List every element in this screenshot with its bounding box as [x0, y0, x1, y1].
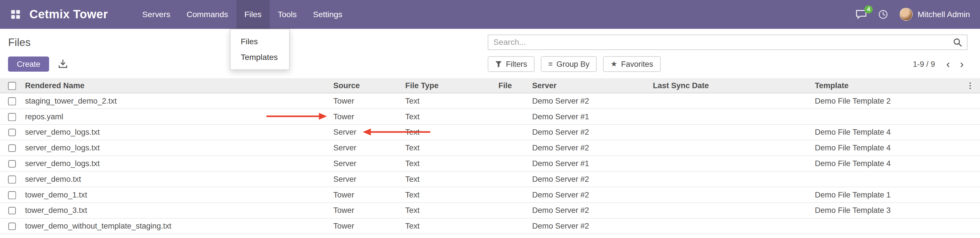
cell-file-type[interactable]: Text: [405, 140, 499, 156]
cell-rendered-name[interactable]: server_demo_logs.txt: [25, 156, 333, 171]
cell-file[interactable]: [499, 171, 532, 187]
column-header-server[interactable]: Server: [532, 78, 653, 93]
cell-template[interactable]: [815, 218, 966, 234]
cell-template[interactable]: Demo File Template 4: [815, 140, 966, 156]
row-checkbox[interactable]: [8, 97, 16, 105]
cell-template[interactable]: [815, 109, 966, 124]
menu-servers[interactable]: Servers: [134, 0, 178, 29]
search-icon[interactable]: [948, 38, 967, 47]
table-row[interactable]: staging_tower_demo_2.txt Tower Text Demo…: [0, 93, 980, 109]
cell-file-type[interactable]: Text: [405, 171, 499, 187]
cell-rendered-name[interactable]: server_demo.txt: [25, 171, 333, 187]
row-checkbox[interactable]: [8, 113, 16, 121]
pager-previous-button[interactable]: ‹: [943, 59, 954, 70]
cell-server[interactable]: Demo Server #2: [532, 218, 653, 234]
dropdown-item-files[interactable]: Files: [231, 34, 289, 49]
cell-source[interactable]: Server: [333, 156, 405, 171]
cell-file-type[interactable]: Text: [405, 109, 499, 124]
apps-menu-button[interactable]: [8, 7, 23, 22]
cell-file[interactable]: [499, 140, 532, 156]
search-input[interactable]: [488, 37, 948, 47]
cell-source[interactable]: Tower: [333, 203, 405, 218]
menu-tools[interactable]: Tools: [270, 0, 305, 29]
cell-rendered-name[interactable]: server_demo_logs.txt: [25, 124, 333, 140]
cell-last-sync-date[interactable]: [653, 109, 815, 124]
cell-rendered-name[interactable]: tower_demo_3.txt: [25, 203, 333, 218]
row-checkbox[interactable]: [8, 144, 16, 152]
column-header-template[interactable]: Template: [815, 78, 966, 93]
menu-settings[interactable]: Settings: [305, 0, 350, 29]
cell-file[interactable]: [499, 124, 532, 140]
cell-last-sync-date[interactable]: [653, 171, 815, 187]
row-checkbox[interactable]: [8, 160, 16, 168]
cell-server[interactable]: Demo Server #1: [532, 156, 653, 171]
column-header-file[interactable]: File: [499, 78, 532, 93]
cell-file[interactable]: [499, 109, 532, 124]
cell-server[interactable]: Demo Server #2: [532, 124, 653, 140]
create-button[interactable]: Create: [8, 57, 49, 71]
optional-columns-toggle[interactable]: ⋮: [966, 78, 980, 93]
cell-file-type[interactable]: Text: [405, 156, 499, 171]
table-row[interactable]: server_demo_logs.txt Server Text Demo Se…: [0, 156, 980, 171]
cell-last-sync-date[interactable]: [653, 187, 815, 203]
column-header-source[interactable]: Source: [333, 78, 405, 93]
cell-source[interactable]: Server: [333, 124, 405, 140]
cell-rendered-name[interactable]: repos.yaml: [25, 109, 333, 124]
download-button[interactable]: [57, 58, 69, 70]
column-header-file-type[interactable]: File Type: [405, 78, 499, 93]
cell-rendered-name[interactable]: tower_demo_without_template_staging.txt: [25, 218, 333, 234]
cell-file-type[interactable]: Text: [405, 203, 499, 218]
cell-file-type[interactable]: Text: [405, 187, 499, 203]
cell-server[interactable]: Demo Server #2: [532, 171, 653, 187]
cell-server[interactable]: Demo Server #1: [532, 109, 653, 124]
cell-last-sync-date[interactable]: [653, 218, 815, 234]
table-row[interactable]: tower_demo_3.txt Tower Text Demo Server …: [0, 203, 980, 218]
cell-source[interactable]: Tower: [333, 218, 405, 234]
favorites-button[interactable]: ★ Favorites: [603, 56, 660, 72]
table-row[interactable]: server_demo_logs.txt Server Text Demo Se…: [0, 124, 980, 140]
row-checkbox[interactable]: [8, 191, 16, 199]
cell-rendered-name[interactable]: server_demo_logs.txt: [25, 140, 333, 156]
cell-rendered-name[interactable]: staging_tower_demo_2.txt: [25, 93, 333, 109]
filters-button[interactable]: Filters: [488, 56, 535, 72]
cell-template[interactable]: [815, 171, 966, 187]
user-menu[interactable]: Mitchell Admin: [899, 8, 970, 21]
cell-template[interactable]: Demo File Template 4: [815, 124, 966, 140]
cell-rendered-name[interactable]: tower_demo_1.txt: [25, 187, 333, 203]
menu-commands[interactable]: Commands: [178, 0, 236, 29]
cell-template[interactable]: Demo File Template 1: [815, 187, 966, 203]
messages-button[interactable]: 4: [856, 10, 867, 19]
cell-source[interactable]: Server: [333, 140, 405, 156]
row-checkbox[interactable]: [8, 176, 16, 184]
cell-last-sync-date[interactable]: [653, 203, 815, 218]
table-row[interactable]: server_demo_logs.txt Server Text Demo Se…: [0, 140, 980, 156]
cell-file[interactable]: [499, 187, 532, 203]
cell-source[interactable]: Tower: [333, 109, 405, 124]
app-brand[interactable]: Cetmix Tower: [29, 8, 108, 21]
cell-source[interactable]: Tower: [333, 187, 405, 203]
column-header-last-sync-date[interactable]: Last Sync Date: [653, 78, 815, 93]
cell-file-type[interactable]: Text: [405, 124, 499, 140]
group-by-button[interactable]: ≡ Group By: [541, 56, 597, 72]
cell-server[interactable]: Demo Server #2: [532, 203, 653, 218]
cell-file[interactable]: [499, 156, 532, 171]
cell-server[interactable]: Demo Server #2: [532, 140, 653, 156]
cell-last-sync-date[interactable]: [653, 93, 815, 109]
cell-server[interactable]: Demo Server #2: [532, 187, 653, 203]
row-checkbox[interactable]: [8, 222, 16, 230]
activities-button[interactable]: [878, 10, 888, 19]
row-checkbox[interactable]: [8, 207, 16, 215]
table-row[interactable]: tower_demo_1.txt Tower Text Demo Server …: [0, 187, 980, 203]
cell-last-sync-date[interactable]: [653, 124, 815, 140]
menu-files[interactable]: Files: [236, 0, 270, 29]
row-checkbox[interactable]: [8, 129, 16, 137]
cell-file[interactable]: [499, 203, 532, 218]
cell-file-type[interactable]: Text: [405, 93, 499, 109]
cell-server[interactable]: Demo Server #2: [532, 93, 653, 109]
cell-file[interactable]: [499, 93, 532, 109]
cell-source[interactable]: Tower: [333, 93, 405, 109]
cell-template[interactable]: Demo File Template 3: [815, 203, 966, 218]
table-row[interactable]: server_demo.txt Server Text Demo Server …: [0, 171, 980, 187]
cell-last-sync-date[interactable]: [653, 140, 815, 156]
pager-next-button[interactable]: ›: [956, 59, 967, 70]
